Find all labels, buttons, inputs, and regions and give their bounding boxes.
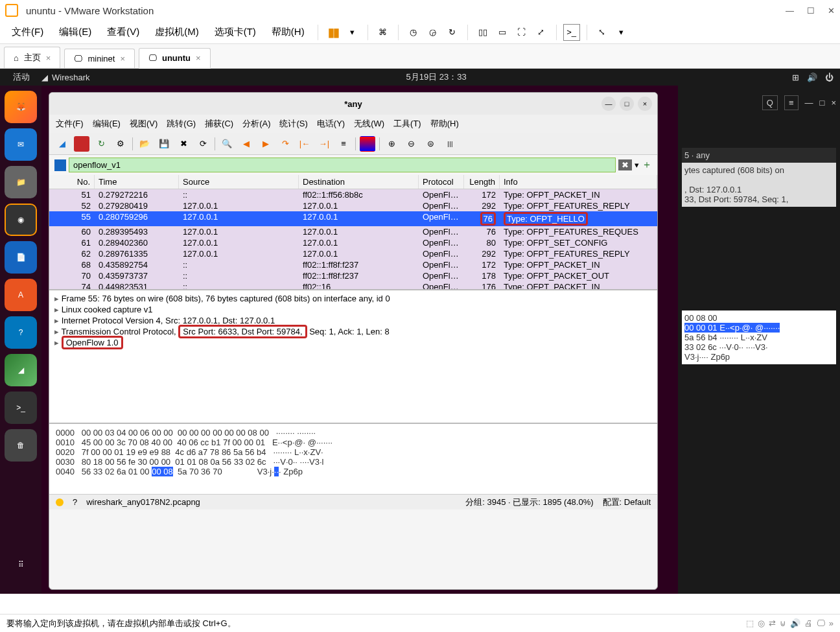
wireshark-dock-icon[interactable]: ◢ [5, 354, 37, 386]
close-icon[interactable]: × [120, 54, 125, 64]
detail-openflow[interactable]: OpenFlow 1.0 [54, 337, 652, 348]
snapshot-icon[interactable]: ◷ [405, 24, 422, 41]
power-icon[interactable]: ⏻ [825, 73, 834, 82]
packet-row[interactable]: 620.289761335127.0.0.1127.0.0.1OpenFl…29… [49, 248, 657, 259]
vm-display[interactable]: 活动 ◢ Wireshark 5月19日 23：33 ⊞ 🔊 ⏻ 🦊 ✉ 📁 ◉… [0, 69, 840, 594]
close-icon[interactable]: × [46, 53, 51, 63]
reload-icon[interactable]: ⟳ [195, 136, 211, 152]
ws-menu-wireless[interactable]: 无线(W) [354, 118, 384, 130]
expert-info-icon[interactable] [56, 498, 64, 506]
display-icon[interactable]: 🖵 [817, 618, 825, 628]
packet-row[interactable]: 520.279280419127.0.0.1127.0.0.1OpenFl…29… [49, 200, 657, 211]
restart-capture-icon[interactable]: ↻ [93, 136, 109, 152]
bookmark-icon[interactable] [54, 159, 66, 171]
pause-icon[interactable]: ▮▮ [325, 24, 342, 41]
wireshark-titlebar[interactable]: *any — □ × [49, 93, 657, 115]
zoom-reset-icon[interactable]: ⊜ [423, 136, 438, 152]
menu-help[interactable]: 帮助(H) [265, 23, 311, 41]
tab-mininet[interactable]: 🖵 mininet × [64, 49, 135, 68]
packet-list[interactable]: No. Time Source Destination Protocol Len… [49, 175, 657, 289]
autoscroll-icon[interactable]: ≡ [336, 136, 351, 152]
console-icon[interactable]: >_ [563, 24, 580, 41]
ws-menu-telephony[interactable]: 电话(Y) [317, 118, 345, 130]
detail-linux-cooked[interactable]: Linux cooked capture v1 [54, 304, 652, 315]
col-header-dest[interactable]: Destination [299, 175, 419, 189]
zoom-in-icon[interactable]: ⊕ [384, 136, 399, 152]
col-header-time[interactable]: Time [95, 175, 179, 189]
options-icon[interactable]: ⚙ [113, 136, 128, 152]
ws-menu-file[interactable]: 文件(F) [56, 118, 84, 130]
detail-ip[interactable]: Internet Protocol Version 4, Src: 127.0.… [54, 315, 652, 326]
col-header-no[interactable]: No. [49, 175, 95, 189]
go-forward-icon[interactable]: ▶ [258, 136, 274, 152]
split-right-icon[interactable]: ▭ [494, 24, 511, 41]
maximize-icon[interactable]: □ [820, 98, 825, 108]
close-button[interactable]: ✕ [828, 6, 835, 16]
maximize-button[interactable]: ☐ [807, 6, 815, 16]
col-header-len[interactable]: Length [464, 175, 500, 189]
hex-row[interactable]: 0020 7f 00 00 01 19 e9 e9 88 4c d6 a7 78… [56, 447, 651, 457]
firefox-icon[interactable]: 🦊 [5, 91, 37, 123]
ws-menu-go[interactable]: 跳转(G) [167, 118, 196, 130]
ws-menu-view[interactable]: 视图(V) [130, 118, 158, 130]
packet-row[interactable]: 600.289395493127.0.0.1127.0.0.1OpenFl…76… [49, 226, 657, 237]
cd-icon[interactable]: ◎ [758, 618, 765, 628]
col-header-source[interactable]: Source [179, 175, 299, 189]
hdd-icon[interactable]: ⬚ [746, 618, 754, 628]
stretch-icon[interactable]: ⤡ [594, 24, 611, 41]
minimize-icon[interactable]: — [805, 98, 813, 108]
go-first-icon[interactable]: |← [297, 136, 312, 152]
detail-frame[interactable]: Frame 55: 76 bytes on wire (608 bits), 7… [54, 293, 652, 304]
activities-button[interactable]: 活动 [6, 71, 36, 83]
hex-row[interactable]: 0000 00 00 03 04 00 06 00 00 00 00 00 00… [56, 428, 651, 438]
close-button[interactable]: × [638, 97, 652, 111]
snapshot-mgr-icon[interactable]: ◶ [425, 24, 441, 41]
hex-row[interactable]: 0030 80 18 00 56 fe 30 00 00 01 01 08 0a… [56, 457, 651, 467]
clear-filter-icon[interactable]: ✖ [618, 159, 632, 170]
ws-menu-help[interactable]: 帮助(H) [430, 118, 459, 130]
rhythmbox-icon[interactable]: ◉ [5, 204, 37, 236]
printer-icon[interactable]: 🖨 [804, 618, 813, 628]
packet-row[interactable]: 610.289402360127.0.0.1127.0.0.1OpenFl…80… [49, 237, 657, 248]
search-icon[interactable]: Q [762, 95, 778, 110]
hex-row[interactable]: 0040 56 33 02 6a 01 00 00 08 5a 70 36 70… [56, 467, 651, 476]
col-header-info[interactable]: Info [500, 175, 657, 189]
app-grid-icon[interactable]: ⠿ [5, 548, 37, 581]
thunderbird-icon[interactable]: ✉ [5, 128, 37, 161]
ws-menu-edit[interactable]: 编辑(E) [93, 118, 121, 130]
hex-row[interactable]: 0010 45 00 00 3c 70 08 40 00 40 06 cc b1… [56, 438, 651, 447]
profile-label[interactable]: 配置: Default [603, 497, 651, 508]
libreoffice-icon[interactable]: 📄 [5, 241, 37, 274]
clock[interactable]: 5月19日 23：33 [406, 71, 467, 83]
add-filter-icon[interactable]: ＋ [642, 158, 652, 172]
close-icon[interactable]: × [196, 53, 201, 63]
revert-icon[interactable]: ↻ [444, 24, 461, 41]
packet-details[interactable]: Frame 55: 76 bytes on wire (608 bits), 7… [49, 289, 657, 423]
software-icon[interactable]: A [5, 279, 37, 311]
resize-cols-icon[interactable]: ⫼ [442, 136, 458, 152]
dropdown-icon[interactable]: ▾ [344, 24, 361, 41]
packet-row[interactable]: 740.449823531::ff02::16OpenFl…176Type: O… [49, 281, 657, 289]
ws-menu-analyze[interactable]: 分析(A) [242, 118, 270, 130]
menu-edit[interactable]: 编辑(E) [52, 23, 98, 41]
ws-menu-capture[interactable]: 捕获(C) [205, 118, 233, 130]
terminal-icon[interactable]: >_ [5, 392, 37, 424]
volume-icon[interactable]: 🔊 [807, 73, 817, 82]
network-icon[interactable]: ⊞ [792, 73, 799, 82]
sound-icon[interactable]: 🔊 [790, 618, 800, 628]
display-filter-input[interactable] [69, 158, 616, 172]
go-last-icon[interactable]: →| [316, 136, 332, 152]
col-header-proto[interactable]: Protocol [419, 175, 464, 189]
files-icon[interactable]: 📁 [5, 166, 37, 198]
help-icon[interactable]: ? [5, 316, 37, 349]
hamburger-icon[interactable]: ≡ [784, 95, 799, 110]
packet-row[interactable]: 510.279272216::ff02::1:ff56:8b8cOpenFl…1… [49, 189, 657, 200]
packet-row[interactable]: 550.280759296127.0.0.1127.0.0.1OpenFl…76… [49, 211, 657, 226]
fullscreen-icon[interactable]: ⤢ [533, 24, 550, 41]
menu-tabs[interactable]: 选项卡(T) [208, 23, 262, 41]
menu-file[interactable]: 文件(F) [5, 23, 50, 41]
close-file-icon[interactable]: ✖ [176, 136, 191, 152]
app-indicator[interactable]: ◢ Wireshark [36, 73, 95, 82]
unity-icon[interactable]: ⛶ [513, 24, 530, 41]
dropdown2-icon[interactable]: ▾ [613, 24, 630, 41]
